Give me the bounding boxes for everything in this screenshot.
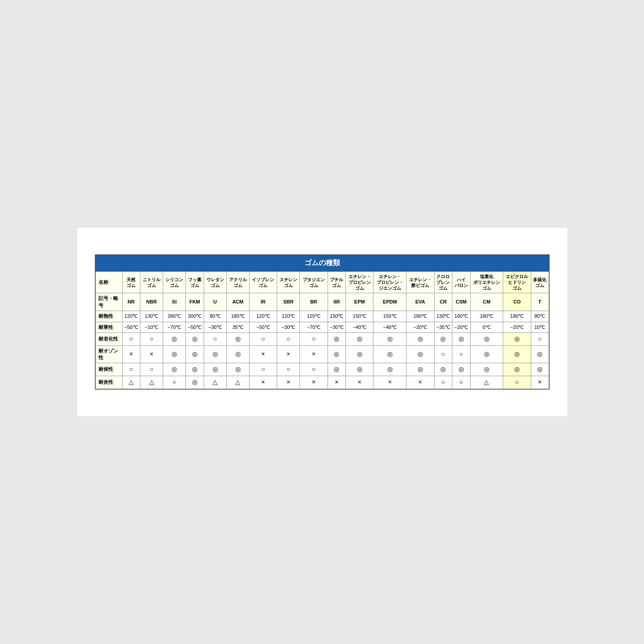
col-header-6: イソプレン ゴム [249,272,277,293]
cell-heat-12: 180℃ [406,311,434,322]
header-row: 名称 天然 ゴムニトリル ゴムシリコン ゴムフッ素 ゴムウレタン ゴムアクリル … [95,272,549,293]
cell-heat-8: 120℃ [300,311,328,322]
cell-ozone-0: × [122,345,140,363]
cell-ozone-5: ◎ [226,345,249,363]
col-header-12: エチレン・ 酢ビゴム [406,272,434,293]
cell-flame-2: ○ [163,376,186,389]
abbr-cell-5: ACM [226,293,249,311]
cell-cold-6: −50℃ [249,322,277,332]
cell-weather-11: ◎ [373,363,406,376]
cell-heat-10: 150℃ [346,311,373,322]
cell-heat-15: 180℃ [470,311,503,322]
cell-weather-12: ◎ [406,363,434,376]
cell-ozone-14: ○ [452,345,470,363]
abbr-cell-16: CO [503,293,531,311]
cell-ozone-3: ◎ [186,345,204,363]
cell-weather-2: ◎ [163,363,186,376]
cell-aging-6: ○ [249,333,277,346]
cell-flame-3: ◎ [186,376,204,389]
cell-heat-3: 300℃ [186,311,204,322]
cell-cold-7: −30℃ [277,322,300,332]
col-header-9: ブチル ゴム [328,272,345,293]
cell-ozone-9: ◎ [328,345,345,363]
col-header-4: ウレタン ゴム [204,272,226,293]
cell-ozone-16: ◎ [503,345,531,363]
prop-label-cold: 耐寒性 [95,322,122,332]
abbr-cell-6: IR [249,293,277,311]
cell-cold-13: −35℃ [434,322,452,332]
col-header-16: エピクロル ヒドリン ゴム [503,272,531,293]
col-header-2: シリコン ゴム [163,272,186,293]
prop-label-heat: 耐熱性 [95,311,122,322]
col-header-5: アクリル ゴム [226,272,249,293]
cell-heat-13: 130℃ [434,311,452,322]
cell-cold-9: −30℃ [328,322,345,332]
cell-heat-11: 150℃ [373,311,406,322]
cell-flame-17: × [531,376,549,389]
cell-aging-13: ◎ [434,333,452,346]
prop-label-aging: 耐老化性 [95,333,122,346]
cell-ozone-10: ◎ [346,345,373,363]
cell-weather-4: ◎ [204,363,226,376]
abbr-cell-14: CSM [452,293,470,311]
cell-cold-10: −40℃ [346,322,373,332]
cell-flame-0: △ [122,376,140,389]
col-header-3: フッ素 ゴム [186,272,204,293]
cell-aging-8: ○ [300,333,328,346]
abbr-cell-3: FKM [186,293,204,311]
col-header-7: スチレン ゴム [277,272,300,293]
cell-cold-12: −20℃ [406,322,434,332]
cell-heat-9: 150℃ [328,311,345,322]
cell-aging-4: ○ [204,333,226,346]
cell-weather-13: ◎ [434,363,452,376]
col-header-17: 多硫化 ゴム [531,272,549,293]
cell-weather-7: ○ [277,363,300,376]
cell-cold-14: −20℃ [452,322,470,332]
cell-aging-16: ◎ [503,333,531,346]
cell-aging-1: ○ [140,333,163,346]
col-header-1: ニトリル ゴム [140,272,163,293]
cell-weather-14: ◎ [452,363,470,376]
data-row-flame: 耐炎性△△○◎△△×××××××○○△○× [95,376,549,389]
cell-aging-10: ◎ [346,333,373,346]
cell-flame-7: × [277,376,300,389]
cell-weather-15: ◎ [470,363,503,376]
cell-flame-8: × [300,376,328,389]
cell-aging-7: ○ [277,333,300,346]
cell-cold-16: −20℃ [503,322,531,332]
cell-ozone-2: ◎ [163,345,186,363]
cell-heat-2: 280℃ [163,311,186,322]
col-header-11: エチレン・ プロピレン・ ジエンゴム [373,272,406,293]
abbr-cell-13: CR [434,293,452,311]
table-title: ゴムの種類 [95,255,549,271]
table-wrapper: ゴムの種類 名称 天然 ゴムニトリル ゴムシリコン ゴムフッ素 ゴムウレタン ゴ… [95,254,550,389]
cell-ozone-13: ○ [434,345,452,363]
cell-weather-8: ○ [300,363,328,376]
cell-weather-1: ○ [140,363,163,376]
col-header-15: 塩素化 ポリエチレン ゴム [470,272,503,293]
cell-weather-16: ◎ [503,363,531,376]
cell-weather-10: ◎ [346,363,373,376]
abbr-cell-17: T [531,293,549,311]
cell-ozone-7: × [277,345,300,363]
cell-heat-0: 120℃ [122,311,140,322]
abbr-cell-1: NBR [140,293,163,311]
cell-heat-7: 120℃ [277,311,300,322]
abbr-cell-4: U [204,293,226,311]
data-row-ozone: 耐オゾン性××◎◎◎◎×××◎◎◎◎○○◎◎◎ [95,345,549,363]
abbr-cell-11: EPDM [373,293,406,311]
cell-cold-1: −10℃ [140,322,163,332]
cell-ozone-6: × [249,345,277,363]
abbr-cell-7: SBR [277,293,300,311]
cell-cold-11: −40℃ [373,322,406,332]
cell-ozone-4: ◎ [204,345,226,363]
cell-aging-3: ◎ [186,333,204,346]
cell-flame-14: ○ [452,376,470,389]
cell-weather-3: ◎ [186,363,204,376]
cell-heat-1: 130℃ [140,311,163,322]
abbr-row: 記号・略号NRNBRSIFKMUACMIRSBRBRIIREPMEPDMEVAC… [95,293,549,311]
abbr-cell-12: EVA [406,293,434,311]
cell-aging-12: ◎ [406,333,434,346]
cell-ozone-11: ◎ [373,345,406,363]
col-header-14: ハイ パロン [452,272,470,293]
